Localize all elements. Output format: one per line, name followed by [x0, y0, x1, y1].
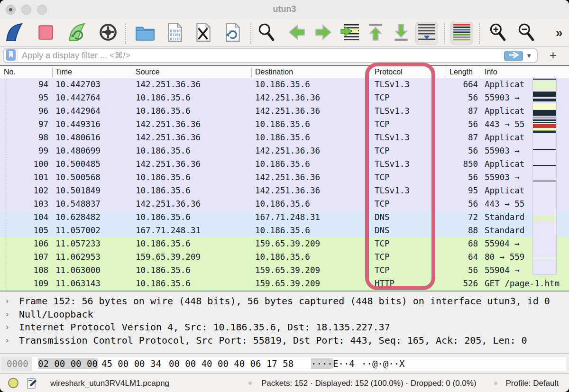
packet-protocol: TLSv1.3 — [375, 80, 410, 89]
column-divider[interactable] — [447, 67, 447, 77]
packet-row[interactable]: 97 10.449316 142.251.36.36 10.186.35.6 T… — [0, 118, 569, 131]
packet-row[interactable]: 99 10.480699 10.186.35.6 142.251.36.36 T… — [0, 145, 569, 158]
packet-row[interactable]: 94 10.442703 142.251.36.36 10.186.35.6 T… — [0, 78, 569, 91]
packet-row[interactable]: 108 11.063000 10.186.35.6 159.65.39.209 … — [0, 264, 569, 277]
zoom-in-button[interactable] — [486, 22, 509, 45]
packet-time: 10.501849 — [55, 186, 101, 195]
stop-capture-button[interactable] — [34, 22, 57, 45]
packet-row[interactable]: 106 11.057233 10.186.35.6 159.65.39.209 … — [0, 237, 569, 251]
bookmark-icon — [6, 49, 16, 63]
packet-row[interactable]: 102 10.501849 10.186.35.6 142.251.36.36 … — [0, 184, 569, 198]
ascii-bytes[interactable]: ··@·@··X — [361, 358, 405, 369]
hex-row[interactable]: 0000 02 00 00 00 45 00 00 34 00 00 40 00… — [2, 357, 566, 371]
hex-bytes[interactable]: 45 00 00 34 — [101, 358, 161, 369]
display-filter-field[interactable]: ▼ — [3, 48, 538, 63]
go-to-packet-button[interactable] — [339, 22, 361, 45]
coloring-rules-icon — [452, 23, 472, 44]
detail-text: Null/Loopback — [19, 308, 93, 321]
packet-minimap-scrollbar[interactable] — [532, 78, 557, 275]
packet-row[interactable]: 96 10.442964 10.186.35.6 142.251.36.36 T… — [0, 105, 569, 118]
column-divider[interactable] — [132, 67, 132, 77]
detail-tcp-row[interactable]: › Transmission Control Protocol, Src Por… — [0, 334, 569, 347]
reload-file-button[interactable]: 1010 — [221, 22, 244, 45]
sharkfin-start-icon — [5, 22, 23, 44]
apply-filter-button[interactable] — [504, 51, 523, 61]
packet-length: 850 — [430, 159, 478, 169]
packet-info: 55903 → — [485, 93, 520, 102]
packet-no: 94 — [0, 80, 48, 89]
detail-null-loopback-row[interactable]: › Null/Loopback — [0, 308, 569, 321]
packet-protocol: HTTP — [375, 279, 395, 288]
packet-length: 526 — [430, 279, 478, 288]
column-header-time[interactable]: Time — [55, 68, 72, 76]
colorize-button[interactable] — [450, 22, 473, 45]
filter-bookmark-button[interactable] — [4, 49, 18, 62]
packet-protocol: TCP — [375, 239, 390, 248]
packet-row[interactable]: 100 10.500485 142.251.36.36 10.186.35.6 … — [0, 158, 569, 171]
column-header-length[interactable]: Length — [450, 68, 478, 76]
column-divider[interactable] — [52, 67, 53, 77]
detail-ipv4-row[interactable]: › Internet Protocol Version 4, Src: 10.1… — [0, 321, 569, 334]
packet-time: 10.480699 — [55, 146, 101, 155]
packet-row[interactable]: 109 11.063143 10.186.35.6 159.65.39.209 … — [0, 277, 569, 291]
column-header-source[interactable]: Source — [136, 68, 160, 76]
arrow-left-icon — [287, 23, 306, 43]
filter-history-dropdown[interactable]: ▼ — [526, 52, 532, 59]
detail-frame-row[interactable]: › Frame 152: 56 bytes on wire (448 bits)… — [0, 295, 569, 308]
sharkfin-restart-icon — [68, 22, 86, 44]
display-filter-input[interactable] — [18, 51, 504, 61]
packet-no: 96 — [0, 106, 48, 116]
expand-chevron-icon[interactable]: › — [5, 334, 9, 347]
column-header-destination[interactable]: Destination — [255, 68, 293, 76]
find-packet-button[interactable] — [255, 22, 278, 45]
toolbar-overflow-button[interactable]: » — [556, 26, 562, 40]
last-packet-button[interactable] — [390, 22, 413, 45]
hex-bytes[interactable]: 00 00 40 00 40 06 17 58 — [169, 358, 294, 369]
next-packet-button[interactable] — [312, 22, 335, 45]
capture-options-button[interactable] — [97, 22, 119, 45]
minimap-stripe — [533, 110, 556, 116]
vertical-scrollbar[interactable] — [558, 78, 568, 291]
packet-time: 10.442964 — [55, 106, 101, 116]
profile-selector[interactable]: Profile: Default — [506, 379, 559, 388]
packet-row[interactable]: 105 11.057002 167.71.248.31 10.186.35.6 … — [0, 224, 569, 237]
column-divider[interactable] — [251, 67, 252, 77]
packet-protocol: TCP — [375, 146, 390, 155]
close-document-icon — [195, 22, 211, 44]
packet-no: 98 — [0, 133, 48, 142]
packet-row[interactable]: 107 11.062953 159.65.39.209 10.186.35.6 … — [0, 251, 569, 264]
close-file-button[interactable] — [192, 22, 214, 45]
save-file-button[interactable]: 01010 01101 01110 — [163, 22, 186, 45]
ascii-selected[interactable]: ···· — [311, 358, 333, 369]
open-file-button[interactable] — [134, 22, 156, 45]
ascii-bytes[interactable]: E··4 — [333, 358, 355, 369]
packet-row[interactable]: 95 10.442764 10.186.35.6 142.251.36.36 T… — [0, 91, 569, 105]
expert-info-button[interactable] — [8, 378, 18, 388]
auto-scroll-button[interactable] — [415, 22, 438, 45]
packet-row[interactable]: 101 10.500568 10.186.35.6 142.251.36.36 … — [0, 171, 569, 184]
packet-time: 11.063143 — [55, 279, 101, 288]
packet-row[interactable]: 104 10.628482 10.186.35.6 167.71.248.31 … — [0, 211, 569, 224]
column-header-no[interactable]: No. — [4, 68, 16, 76]
add-filter-button[interactable]: + — [550, 48, 557, 63]
packet-row[interactable]: 103 10.548837 142.251.36.36 10.186.35.6 … — [0, 198, 569, 211]
packet-no: 101 — [0, 173, 48, 182]
column-divider[interactable] — [481, 67, 481, 77]
column-header-info[interactable]: Info — [485, 68, 497, 76]
packet-source: 10.186.35.6 — [136, 212, 191, 222]
status-bar: wireshark_utun3RV4LM1.pcapng Packets: 15… — [0, 374, 569, 392]
previous-packet-button[interactable] — [285, 22, 308, 45]
restart-capture-button[interactable] — [65, 22, 88, 45]
column-header-protocol[interactable]: Protocol — [375, 68, 403, 76]
zoom-out-button[interactable] — [515, 22, 538, 45]
detail-text: Internet Protocol Version 4, Src: 10.186… — [19, 321, 390, 334]
packet-row[interactable]: 98 10.480616 142.251.36.36 10.186.35.6 T… — [0, 131, 569, 145]
expand-chevron-icon[interactable]: › — [5, 321, 9, 334]
first-packet-button[interactable] — [364, 22, 387, 45]
hex-selected-bytes[interactable]: 02 00 00 00 — [38, 358, 98, 369]
expand-chevron-icon[interactable]: › — [5, 295, 9, 308]
packet-source: 10.186.35.6 — [136, 93, 191, 102]
capture-comment-button[interactable] — [27, 378, 37, 392]
expand-chevron-icon[interactable]: › — [5, 308, 9, 321]
start-capture-button[interactable] — [3, 22, 26, 45]
